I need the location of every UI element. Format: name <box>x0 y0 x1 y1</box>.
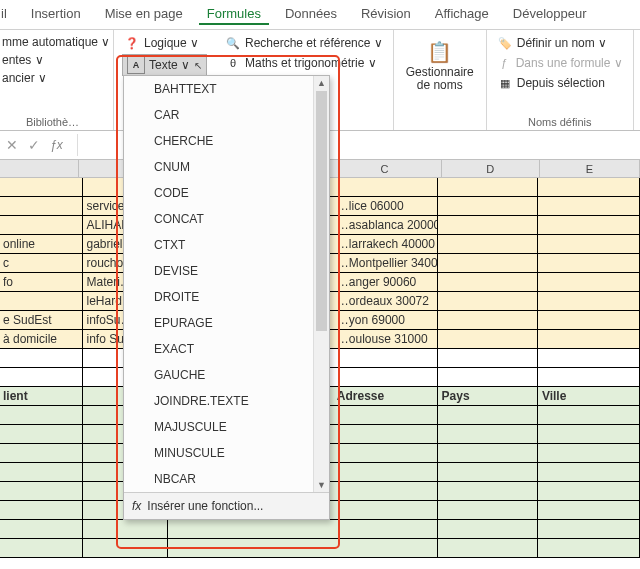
dropdown-item-joindre-texte[interactable]: JOINDRE.TEXTE <box>124 388 329 414</box>
scroll-thumb[interactable] <box>316 91 327 331</box>
cell[interactable] <box>0 444 83 463</box>
cell[interactable] <box>438 425 538 444</box>
cell[interactable] <box>538 425 640 444</box>
cell[interactable]: online <box>0 235 83 254</box>
recent-functions-button[interactable]: entes ∨ <box>0 52 105 68</box>
tab-developpeur[interactable]: Développeur <box>505 4 595 25</box>
cell[interactable] <box>0 216 83 235</box>
cell[interactable]: fo <box>0 273 83 292</box>
cell[interactable] <box>538 235 640 254</box>
dropdown-item-bahttext[interactable]: BAHTTEXT <box>124 76 329 102</box>
cell[interactable] <box>83 520 168 539</box>
autosum-button[interactable]: mme automatique ∨ <box>0 34 105 50</box>
cell[interactable] <box>438 273 538 292</box>
cell[interactable]: lient <box>0 387 83 406</box>
cell[interactable] <box>538 444 640 463</box>
cell[interactable] <box>0 520 83 539</box>
scroll-down-icon[interactable]: ▼ <box>314 478 329 492</box>
dropdown-item-majuscule[interactable]: MAJUSCULE <box>124 414 329 440</box>
cell[interactable] <box>0 501 83 520</box>
cell[interactable] <box>538 273 640 292</box>
cell[interactable] <box>438 501 538 520</box>
cell[interactable] <box>538 539 640 558</box>
cell[interactable] <box>438 178 538 197</box>
cell[interactable] <box>0 368 83 387</box>
fx-icon[interactable]: ƒx <box>50 138 63 152</box>
cell[interactable] <box>538 197 640 216</box>
tab-formules[interactable]: Formules <box>199 4 269 25</box>
from-selection-button[interactable]: ▦ Depuis sélection <box>495 74 625 92</box>
cell[interactable] <box>438 444 538 463</box>
cell[interactable] <box>538 330 640 349</box>
cell[interactable] <box>0 482 83 501</box>
cell[interactable] <box>538 501 640 520</box>
tab-affichage[interactable]: Affichage <box>427 4 497 25</box>
col-header-d[interactable]: D <box>442 160 540 178</box>
cell[interactable] <box>438 368 538 387</box>
cell[interactable]: à domicile <box>0 330 83 349</box>
cell[interactable] <box>168 539 438 558</box>
cell[interactable] <box>0 425 83 444</box>
cell[interactable] <box>0 406 83 425</box>
cell[interactable] <box>538 463 640 482</box>
insert-function-link[interactable]: fx Insérer une fonction... <box>124 492 329 519</box>
cell[interactable] <box>438 292 538 311</box>
math-button[interactable]: θ Maths et trigonométrie ∨ <box>223 54 385 72</box>
cell[interactable] <box>538 216 640 235</box>
dropdown-item-concat[interactable]: CONCAT <box>124 206 329 232</box>
use-in-formula-button[interactable]: ƒ Dans une formule ∨ <box>495 54 625 72</box>
cell[interactable] <box>538 254 640 273</box>
cell[interactable] <box>0 539 83 558</box>
tab-insertion[interactable]: Insertion <box>23 4 89 25</box>
dropdown-item-cnum[interactable]: CNUM <box>124 154 329 180</box>
col-header-e[interactable]: E <box>540 160 640 178</box>
dropdown-item-ctxt[interactable]: CTXT <box>124 232 329 258</box>
dropdown-item-minuscule[interactable]: MINUSCULE <box>124 440 329 466</box>
cell[interactable] <box>438 216 538 235</box>
cell[interactable] <box>538 368 640 387</box>
cell[interactable] <box>538 292 640 311</box>
cell[interactable] <box>438 539 538 558</box>
cell[interactable] <box>438 406 538 425</box>
cancel-formula-icon[interactable]: ✕ <box>6 137 18 153</box>
cell[interactable] <box>438 235 538 254</box>
logic-button[interactable]: ❓ Logique ∨ <box>122 34 207 52</box>
scroll-up-icon[interactable]: ▲ <box>314 76 329 90</box>
cell[interactable] <box>438 520 538 539</box>
cell[interactable] <box>438 330 538 349</box>
cell[interactable] <box>438 482 538 501</box>
lookup-button[interactable]: 🔍 Recherche et référence ∨ <box>223 34 385 52</box>
cell[interactable]: c <box>0 254 83 273</box>
cell[interactable]: Pays <box>438 387 538 406</box>
dropdown-item-epurage[interactable]: EPURAGE <box>124 310 329 336</box>
dropdown-item-car[interactable]: CAR <box>124 102 329 128</box>
cell[interactable] <box>538 406 640 425</box>
dropdown-item-cherche[interactable]: CHERCHE <box>124 128 329 154</box>
cell[interactable] <box>438 254 538 273</box>
cell[interactable] <box>538 520 640 539</box>
cell[interactable]: e SudEst <box>0 311 83 330</box>
cell[interactable] <box>168 520 438 539</box>
cell[interactable] <box>0 349 83 368</box>
cell[interactable] <box>438 463 538 482</box>
cell[interactable] <box>538 311 640 330</box>
dropdown-item-nbcar[interactable]: NBCAR <box>124 466 329 492</box>
cell[interactable] <box>0 197 83 216</box>
name-manager-button[interactable]: 📋 Gestionnaire de noms <box>402 34 478 96</box>
cell[interactable] <box>538 482 640 501</box>
cell[interactable] <box>0 178 83 197</box>
define-name-button[interactable]: 🏷️ Définir un nom ∨ <box>495 34 625 52</box>
dropdown-item-gauche[interactable]: GAUCHE <box>124 362 329 388</box>
dropdown-scrollbar[interactable]: ▲ ▼ <box>313 76 329 492</box>
cell[interactable]: Ville <box>538 387 640 406</box>
cell[interactable] <box>538 349 640 368</box>
cell[interactable] <box>0 292 83 311</box>
cell[interactable] <box>438 349 538 368</box>
tab-accueil[interactable]: …il <box>0 4 15 25</box>
dropdown-item-code[interactable]: CODE <box>124 180 329 206</box>
dropdown-item-droite[interactable]: DROITE <box>124 284 329 310</box>
col-header-c[interactable]: C <box>328 160 441 178</box>
tab-mise-en-page[interactable]: Mise en page <box>97 4 191 25</box>
cell[interactable] <box>0 463 83 482</box>
tab-revision[interactable]: Révision <box>353 4 419 25</box>
